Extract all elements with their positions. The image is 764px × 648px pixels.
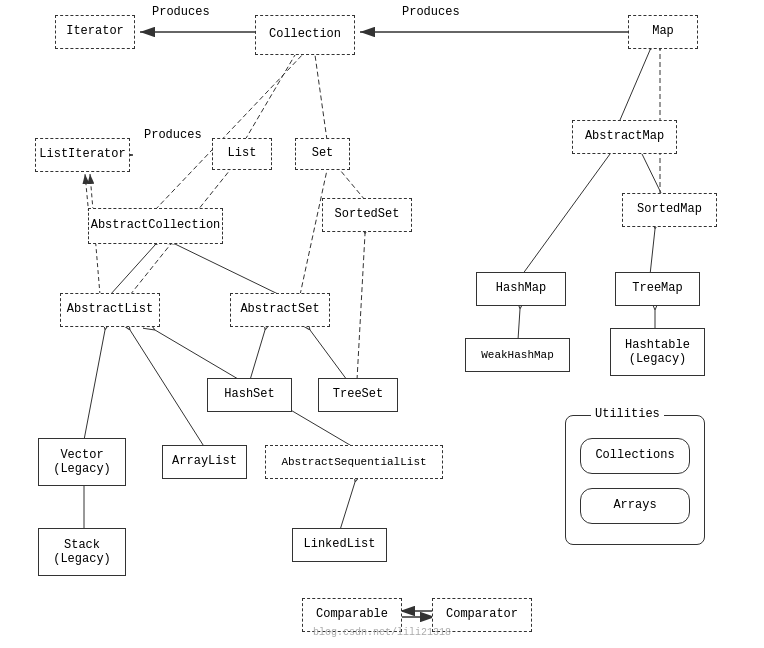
- svg-line-9: [110, 245, 155, 295]
- produces-label-3: Produces: [140, 128, 206, 142]
- utilities-group: Utilities Collections Arrays: [565, 415, 705, 545]
- svg-line-28: [340, 482, 355, 530]
- linkedlist-node: LinkedList: [292, 528, 387, 562]
- list-iterator-node: ListIterator: [35, 138, 130, 172]
- svg-line-24: [84, 330, 105, 440]
- treemap-node: TreeMap: [615, 272, 700, 306]
- arrays-node: Arrays: [580, 488, 690, 524]
- hashmap-node: HashMap: [476, 272, 566, 306]
- diagram-container: Iterator Collection Map Produces Produce…: [0, 0, 764, 648]
- svg-line-14: [620, 50, 650, 120]
- hashtable-node: Hashtable(Legacy): [610, 328, 705, 376]
- treeset-node: TreeSet: [318, 378, 398, 412]
- svg-line-12: [300, 170, 327, 295]
- svg-line-16: [642, 154, 662, 195]
- abstract-map-node: AbstractMap: [572, 120, 677, 154]
- svg-line-13: [340, 170, 365, 200]
- set-node: Set: [295, 138, 350, 170]
- svg-line-19: [518, 309, 520, 340]
- hashset-node: HashSet: [207, 378, 292, 412]
- utilities-label: Utilities: [591, 407, 664, 421]
- svg-line-11: [175, 244, 280, 295]
- sorted-map-node: SortedMap: [622, 193, 717, 227]
- stack-node: Stack(Legacy): [38, 528, 126, 576]
- iterator-node: Iterator: [55, 15, 135, 49]
- vector-node: Vector(Legacy): [38, 438, 126, 486]
- produces-label-2: Produces: [398, 5, 464, 19]
- svg-line-25: [130, 330, 205, 448]
- svg-line-21: [250, 330, 265, 380]
- collections-node: Collections: [580, 438, 690, 474]
- map-node: Map: [628, 15, 698, 49]
- svg-line-23: [357, 234, 365, 380]
- list-node: List: [212, 138, 272, 170]
- svg-line-18: [650, 229, 655, 275]
- watermark: blog.csdn.net/lili21318: [313, 627, 451, 638]
- svg-line-22: [310, 330, 347, 380]
- abstract-sequential-list-node: AbstractSequentialList: [265, 445, 443, 479]
- produces-label-1: Produces: [148, 5, 214, 19]
- svg-line-17: [522, 154, 610, 275]
- abstract-set-node: AbstractSet: [230, 293, 330, 327]
- svg-line-7: [315, 55, 327, 140]
- abstract-collection-node: AbstractCollection: [88, 208, 223, 244]
- abstract-list-node: AbstractList: [60, 293, 160, 327]
- sorted-set-node: SortedSet: [322, 198, 412, 232]
- svg-line-6: [245, 55, 295, 140]
- weak-hashmap-node: WeakHashMap: [465, 338, 570, 372]
- collection-node: Collection: [255, 15, 355, 55]
- arraylist-node: ArrayList: [162, 445, 247, 479]
